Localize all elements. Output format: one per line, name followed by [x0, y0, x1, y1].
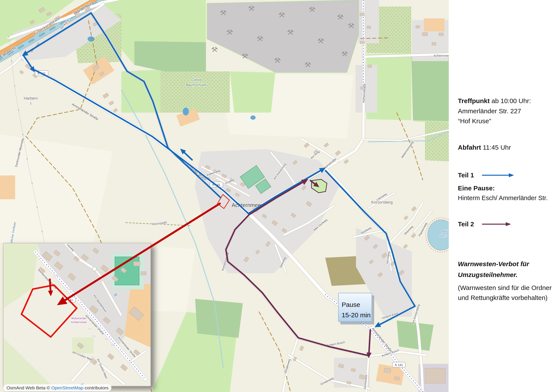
- quarry-area: [207, 0, 359, 72]
- mining-hammers-icon: [212, 47, 217, 51]
- warning-note2: und Rettungkräfte vorbehalten): [458, 294, 548, 301]
- teil2-route-arrow-icon: [482, 221, 514, 227]
- treffpunkt-rest: ab 10:00 Uhr:: [490, 97, 531, 104]
- pause-label: Pause: [342, 301, 360, 308]
- pause-duration: 15-20 min: [342, 311, 371, 319]
- teil1-route-arrow-icon: [482, 172, 516, 178]
- meeting-point-line: Treffpunkt ab 10:00 Uhr:: [458, 97, 531, 105]
- pause-heading: Eine Pause:: [458, 185, 495, 192]
- teil1-label: Teil 1: [458, 171, 474, 179]
- teil2-label: Teil 2: [458, 221, 474, 228]
- inset-landuse: [3, 243, 150, 386]
- svg-text:Achternmeer: Achternmeer: [71, 321, 87, 324]
- svg-text:Korsorsberg: Korsorsberg: [371, 200, 393, 204]
- warning-line1: Warnwesten-Verbot für: [458, 260, 529, 268]
- treffpunkt-bold: Treffpunkt: [458, 97, 490, 104]
- svg-text:Greive: Greive: [191, 78, 201, 82]
- svg-text:Ammerländer Straße: Ammerländer Straße: [371, 327, 393, 353]
- legend-teil2: Teil 2: [458, 220, 514, 228]
- svg-text:Harbern: Harbern: [24, 96, 38, 100]
- openstreetmap-link[interactable]: OpenStreetMap: [51, 385, 83, 390]
- svg-text:209: 209: [111, 344, 115, 347]
- meeting-address: Ammerländer Str. 227: [458, 107, 521, 115]
- attribution-prefix: OsmAnd Web Beta ©: [7, 385, 51, 390]
- svg-text:224: 224: [68, 288, 72, 291]
- svg-text:P: P: [114, 293, 117, 298]
- svg-text:Bad: Bad: [442, 229, 447, 233]
- legend-teil1: Teil 1: [458, 171, 516, 179]
- svg-text:K 141: K 141: [395, 363, 403, 367]
- svg-text:West: West: [440, 234, 447, 238]
- warning-note1: (Warnwesten sind für die Ordner: [458, 284, 552, 292]
- pause-location: Hinterm Esch/ Ammerländer Str.: [458, 194, 548, 202]
- svg-text:217: 217: [88, 328, 92, 330]
- svg-text:2: 2: [39, 258, 40, 260]
- pause-callout: Pause 15-20 min: [338, 293, 372, 322]
- svg-text:Wittemoorsweg: Wittemoorsweg: [401, 141, 414, 159]
- svg-text:I: I: [30, 101, 31, 106]
- warning-line2: Umzugsteilnehmer.: [458, 271, 518, 278]
- svg-text:228: 228: [54, 274, 58, 277]
- svg-text:Schäferweg: Schäferweg: [284, 359, 291, 374]
- svg-text:215: 215: [92, 335, 96, 337]
- meeting-place-name: “Hof Kruse”: [458, 117, 491, 125]
- departure-line: Abfahrt 11:45 Uhr: [458, 144, 511, 151]
- abfahrt-bold: Abfahrt: [458, 144, 481, 151]
- svg-text:230: 230: [48, 263, 51, 265]
- attribution-suffix: contributors: [83, 385, 109, 390]
- map-attribution: OsmAnd Web Beta © OpenStreetMap contribu…: [3, 385, 111, 391]
- map-canvas[interactable]: WardenburgEdewechtKüstenkanalstraßeAm Ka…: [0, 0, 449, 392]
- abfahrt-rest: 11:45 Uhr: [481, 144, 511, 151]
- svg-text:211: 211: [104, 338, 108, 341]
- sidebar: Treffpunkt ab 10:00 Uhr: Ammerländer Str…: [449, 0, 555, 392]
- inset-map: IriswegAmmerländer StraßeAmmerländer Str…: [3, 243, 151, 386]
- inset-svg: IriswegAmmerländer StraßeAmmerländer Str…: [3, 243, 150, 386]
- page: WardenburgEdewechtKüstenkanalstraßeAm Ka…: [0, 0, 555, 392]
- svg-text:Moorpadd: Moorpadd: [152, 220, 167, 226]
- svg-text:Motorcenter: Motorcenter: [71, 317, 87, 320]
- svg-text:Baumschulen: Baumschulen: [186, 83, 207, 87]
- svg-text:Achternmeer: Achternmeer: [434, 54, 449, 57]
